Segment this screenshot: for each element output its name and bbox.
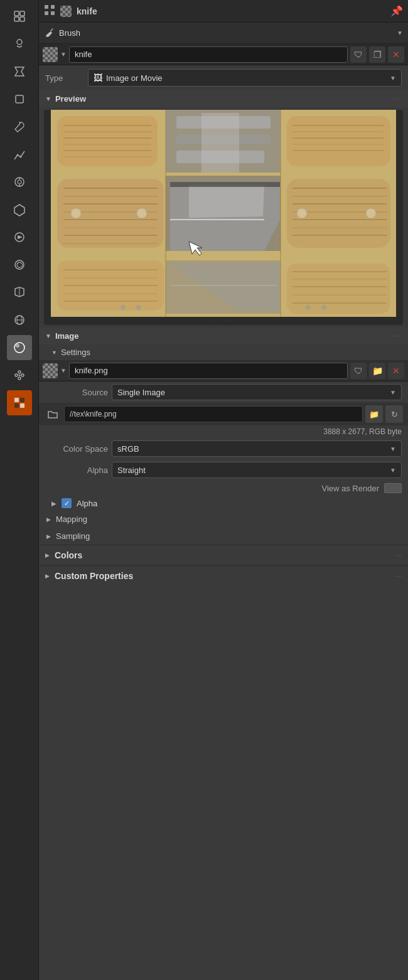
mapping-row[interactable]: ▶ Mapping — [39, 511, 408, 528]
topbar-checker-icon — [60, 6, 72, 17]
type-dropdown-icon: 🖼 — [94, 73, 102, 83]
sidebar-icon-material[interactable] — [7, 335, 32, 360]
svg-point-9 — [18, 180, 21, 184]
custom-props-triangle: ▶ — [45, 573, 50, 579]
custom-props-section[interactable]: ▶ Custom Properties ···· — [39, 565, 408, 586]
svg-point-64 — [71, 208, 81, 218]
type-row: Type 🖼 Image or Movie ▼ — [39, 65, 408, 90]
sidebar-icon-object2[interactable] — [7, 197, 32, 222]
mapping-label: Mapping — [56, 514, 87, 524]
topbar-grid-icon — [44, 4, 55, 18]
sidebar-icon-tools2[interactable] — [7, 31, 32, 56]
sidebar-icon-tools[interactable] — [7, 4, 32, 29]
preview-image — [44, 110, 403, 317]
svg-point-93 — [136, 305, 141, 310]
alpha-arrow: ▼ — [390, 467, 396, 474]
name-input[interactable] — [69, 46, 348, 63]
sidebar-icon-world[interactable] — [7, 307, 32, 333]
topbar-title: knife — [77, 6, 97, 16]
copy-button[interactable]: ❐ — [369, 46, 385, 63]
sidebar-icon-scene[interactable] — [7, 280, 32, 305]
image-section-header[interactable]: ▼ Image ···· — [39, 328, 408, 344]
svg-point-7 — [19, 156, 21, 158]
brush-dropdown-arrow: ▼ — [397, 29, 403, 36]
type-label: Type — [45, 73, 83, 83]
view-render-toggle[interactable] — [384, 483, 402, 493]
custom-props-label: Custom Properties — [55, 571, 133, 581]
image-folder-button[interactable]: 📁 — [369, 363, 385, 379]
source-row: Source Single Image ▼ — [39, 381, 408, 403]
svg-rect-5 — [16, 95, 23, 103]
svg-point-4 — [17, 40, 22, 45]
topbar-pin-icon[interactable]: 📌 — [390, 5, 403, 17]
preview-divider: · · · · · · — [44, 317, 403, 325]
sampling-row[interactable]: ▶ Sampling — [39, 528, 408, 545]
color-space-label: Color Space — [45, 444, 108, 454]
svg-rect-1 — [20, 11, 24, 16]
svg-rect-25 — [14, 398, 19, 402]
preview-area: · · · · · · — [44, 110, 403, 325]
svg-point-20 — [15, 374, 18, 376]
image-dots: ···· — [392, 333, 402, 339]
settings-title: Settings — [61, 348, 90, 357]
sidebar-icon-wrench[interactable] — [7, 114, 32, 139]
dropdown-arrow[interactable]: ▼ — [60, 51, 67, 58]
svg-rect-3 — [20, 17, 24, 21]
colors-section[interactable]: ▶ Colors ···· — [39, 545, 408, 565]
source-dropdown[interactable]: Single Image ▼ — [112, 384, 402, 400]
shield-button[interactable]: 🛡 — [350, 46, 367, 63]
image-dropdown-arrow[interactable]: ▼ — [60, 367, 67, 374]
topbar: knife 📌 — [39, 0, 408, 23]
preview-dots: ···· — [392, 95, 402, 102]
image-shield-button[interactable]: 🛡 — [350, 363, 367, 379]
alpha-checkbox[interactable]: ✓ — [62, 498, 72, 508]
svg-rect-67 — [170, 182, 280, 187]
settings-sub-header[interactable]: ▼ Settings — [39, 344, 408, 360]
sidebar-icon-texture[interactable] — [7, 390, 32, 415]
sampling-label: Sampling — [56, 531, 90, 541]
sidebar-icon-object[interactable] — [7, 87, 32, 112]
sidebar-icon-render[interactable] — [7, 225, 32, 250]
color-space-arrow: ▼ — [390, 445, 396, 452]
svg-rect-2 — [14, 17, 19, 21]
alpha-subsection-row[interactable]: ▶ ✓ Alpha — [39, 496, 408, 511]
svg-point-77 — [297, 208, 307, 218]
source-label: Source — [45, 388, 108, 397]
main-panel: knife 📌 Brush ▼ ▼ 🛡 ❐ ✕ Type 🖼 Image or … — [39, 0, 408, 980]
sidebar-icon-graph[interactable] — [7, 142, 32, 167]
sidebar-icon-modifier[interactable] — [7, 59, 32, 84]
brush-selector[interactable]: Brush ▼ — [39, 23, 408, 44]
svg-rect-29 — [45, 5, 48, 9]
color-space-dropdown[interactable]: sRGB ▼ — [112, 440, 402, 457]
image-close-button[interactable]: ✕ — [388, 363, 404, 379]
svg-rect-28 — [20, 403, 24, 408]
close-button[interactable]: ✕ — [388, 46, 404, 63]
svg-point-95 — [321, 305, 326, 310]
path-input[interactable] — [64, 406, 363, 422]
image-title: Image — [55, 331, 79, 341]
svg-point-24 — [18, 375, 20, 376]
path-folder-button[interactable]: 📁 — [365, 405, 383, 423]
preview-section-header[interactable]: ▼ Preview ···· — [39, 90, 408, 107]
alpha-sub-label: Alpha — [77, 499, 97, 508]
sidebar-icon-output[interactable] — [7, 252, 32, 277]
alpha-dropdown[interactable]: Straight ▼ — [112, 462, 402, 478]
type-dropdown-label: Image or Movie — [106, 73, 386, 83]
alpha-row: Alpha Straight ▼ — [39, 459, 408, 481]
sidebar-icon-particles[interactable] — [7, 363, 32, 388]
preview-canvas — [44, 110, 403, 317]
svg-rect-0 — [14, 11, 19, 16]
image-name-input[interactable] — [69, 363, 348, 379]
type-dropdown[interactable]: 🖼 Image or Movie ▼ — [88, 69, 402, 87]
svg-rect-86 — [287, 264, 390, 314]
svg-rect-47 — [201, 113, 239, 173]
alpha-label: Alpha — [45, 466, 108, 475]
checker-button[interactable] — [43, 47, 58, 62]
sidebar-icon-physics[interactable] — [7, 169, 32, 194]
svg-rect-32 — [51, 11, 55, 15]
colors-label: Colors — [55, 550, 82, 560]
image-checker-button[interactable] — [43, 363, 58, 378]
view-render-row: View as Render — [39, 481, 408, 496]
svg-rect-36 — [57, 116, 158, 166]
path-refresh-button[interactable]: ↻ — [385, 405, 403, 423]
